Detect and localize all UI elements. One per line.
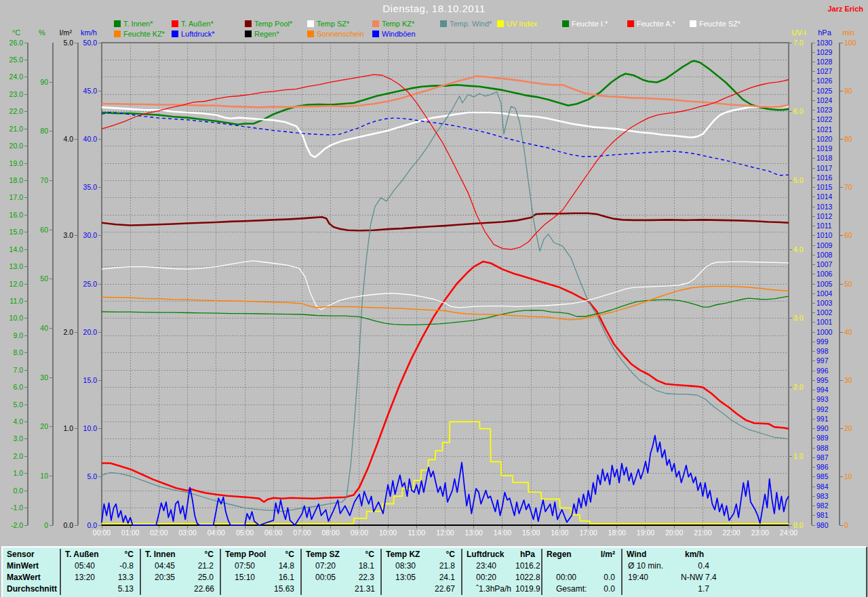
page-title: Dienstag, 18.10.2011 [0,3,868,14]
cell-time [221,583,274,595]
table-cell: 07:2018.1 [300,560,380,572]
cell-value: -0.8 [114,560,134,572]
svg-text:l/m²: l/m² [60,28,73,37]
legend-item-feuchte-i-: Feuchte I.* [562,20,608,27]
svg-text:°C: °C [12,28,20,37]
svg-text:25.0: 25.0 [83,280,98,288]
svg-text:-2.0: -2.0 [11,521,23,529]
svg-text:1027: 1027 [816,67,833,75]
cell-value: 1019.9 [515,583,540,595]
svg-text:50: 50 [844,280,852,288]
svg-text:1010: 1010 [816,231,833,239]
legend-item-temp-kz-: Temp KZ* [372,20,414,27]
svg-text:1007: 1007 [816,260,833,268]
svg-text:1029: 1029 [816,48,833,56]
svg-text:0: 0 [44,521,48,529]
cell-time: Temp Pool [221,549,274,560]
svg-text:0.0: 0.0 [63,521,73,529]
legend-label: UV Index [507,20,537,28]
svg-text:1021: 1021 [816,125,833,133]
svg-text:993: 993 [816,395,829,403]
svg-text:01:00: 01:00 [121,529,139,537]
legend-swatch-icon [627,20,634,27]
table-row-label: Sensor [3,549,60,560]
svg-text:1.0: 1.0 [63,424,73,432]
svg-text:3.0: 3.0 [13,434,23,442]
svg-text:22.0: 22.0 [9,107,24,115]
cell-value: 18.1 [355,560,374,572]
svg-text:7.0: 7.0 [793,39,804,47]
svg-text:1014: 1014 [816,192,833,201]
svg-text:70: 70 [40,176,48,184]
svg-text:3.0: 3.0 [63,231,73,239]
svg-text:40: 40 [40,324,48,332]
legend-item-windb-en: Windböen [372,30,416,37]
cell-time: Luftdruck [462,549,515,560]
svg-text:90: 90 [844,87,852,95]
svg-text:100: 100 [844,39,856,47]
svg-text:40: 40 [844,328,852,336]
cell-value: 24.1 [435,572,455,583]
svg-text:1008: 1008 [816,251,833,259]
svg-text:984: 984 [816,482,829,491]
legend-label: Temp KZ* [382,20,414,28]
legend-item-temp-pool-: Temp Pool* [245,20,292,27]
cell-time: 00:20 [462,572,515,583]
svg-text:03:00: 03:00 [178,529,196,537]
weather-app-window: { "header": { "title": "Dienstag, 18.10.… [0,0,868,597]
cell-value: 15.63 [274,583,294,595]
svg-text:04:00: 04:00 [208,529,225,537]
watermark: Jarz Erich [827,5,863,13]
legend-swatch-icon [497,20,504,27]
svg-text:6.0: 6.0 [13,383,23,391]
svg-text:17:00: 17:00 [579,529,597,537]
legend-swatch-icon [172,30,178,37]
legend-item-temp-sz-: Temp SZ* [307,20,349,27]
svg-text:24.0: 24.0 [9,73,24,81]
table-cell: 22.67 [380,583,461,595]
svg-text:25.0: 25.0 [9,56,24,64]
legend-item-temp-wind-: Temp. Wind* [440,20,492,27]
svg-text:995: 995 [816,376,829,384]
legend-item-uv-index: UV Index [497,20,537,27]
table-row: SensorT. Außen°CT. Innen°CTemp Pool°CTem… [3,549,866,560]
svg-text:15:00: 15:00 [522,529,540,537]
svg-text:26.0: 26.0 [9,39,24,47]
table-cell: 23:401016.2 [461,560,541,572]
cell-time: Ø 10 min. [623,560,681,572]
svg-text:992: 992 [816,405,829,413]
svg-text:9.0: 9.0 [13,331,23,339]
table-row-label: MinWert [3,560,60,572]
svg-text:1004: 1004 [816,289,833,297]
svg-text:05:00: 05:00 [236,529,254,537]
svg-text:23.0: 23.0 [9,90,24,98]
cell-time [382,583,435,595]
legend-item-luftdruck-: Luftdruck* [172,30,215,37]
svg-text:5.0: 5.0 [63,39,73,47]
svg-text:981: 981 [816,511,829,519]
svg-text:UV-I: UV-I [791,28,806,37]
svg-text:80: 80 [40,127,48,135]
table-cell: 00:201022.8 [461,572,541,583]
svg-text:18:00: 18:00 [608,529,626,537]
svg-text:20.0: 20.0 [9,142,24,150]
table-cell: 00:000.0 [541,572,621,583]
legend-item-feuchte-kz-: Feuchte KZ* [114,30,165,37]
cell-value: 0.0 [595,583,615,595]
svg-text:991: 991 [816,415,829,423]
cell-time: ˆ1.3hPa/h [462,583,515,595]
cell-value: 5.13 [114,583,134,595]
svg-text:90: 90 [40,78,48,86]
legend-item-regen-: Regen* [245,30,279,37]
legend-label: Sonnenschein [317,30,364,38]
svg-text:-1.0: -1.0 [11,503,23,512]
svg-text:988: 988 [816,444,829,452]
table-cell: Ø 10 min.0.4 [621,560,866,572]
svg-text:hPa: hPa [818,28,831,37]
svg-text:13:00: 13:00 [465,529,483,537]
svg-text:6.0: 6.0 [793,107,804,115]
svg-text:10.0: 10.0 [9,314,24,322]
svg-text:1009: 1009 [816,241,833,249]
axis-min: min1009080706050403020100 [840,28,856,529]
cell-time [141,583,194,595]
